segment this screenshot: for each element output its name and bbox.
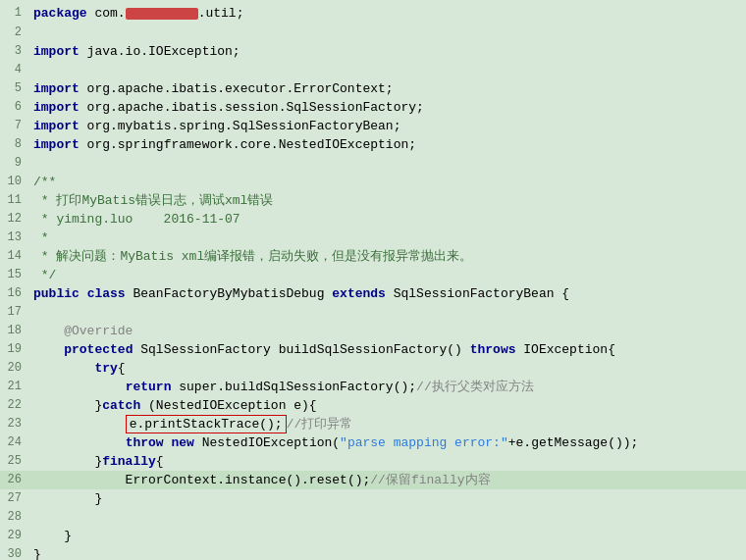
code-line-18: 18 @Override [0,322,746,340]
code-editor: 1 package com. .util; 2 3 import java.io… [0,0,746,560]
line-num-15: 15 [0,266,29,284]
code-line-14: 14 * 解决问题：MyBatis xml编译报错，启动失败，但是没有报异常抛出… [0,247,746,266]
line-content-16: public class BeanFactoryByMybatisDebug e… [29,284,746,303]
line-content-29: } [29,527,746,545]
line-content-18: @Override [29,322,746,340]
code-line-15: 15 */ [0,266,746,284]
code-line-30: 30 } [0,545,746,560]
line-content-12: * yiming.luo 2016-11-07 [29,210,746,229]
code-line-29: 29 } [0,527,746,545]
line-num-18: 18 [0,322,29,340]
line-num-11: 11 [0,191,29,210]
line-num-21: 21 [0,378,29,396]
code-line-11: 11 * 打印MyBatis错误日志，调试xml错误 [0,191,746,210]
line-num-28: 28 [0,508,29,527]
line-content-30: } [29,545,746,560]
line-content-3: import java.io.IOException; [29,42,746,61]
line-num-13: 13 [0,229,29,247]
code-line-19: 19 protected SqlSessionFactory buildSqlS… [0,340,746,359]
line-content-21: return super.buildSqlSessionFactory();//… [29,378,746,396]
code-line-4: 4 [0,61,746,79]
code-line-27: 27 } [0,489,746,508]
line-content-10: /** [29,173,746,191]
line-num-20: 20 [0,359,29,378]
code-line-23: 23 e.printStackTrace();//打印异常 [0,415,746,433]
line-num-10: 10 [0,173,29,191]
code-line-16: 16 public class BeanFactoryByMybatisDebu… [0,284,746,303]
line-num-12: 12 [0,210,29,229]
line-num-26: 26 [0,471,29,489]
code-line-1: 1 package com. .util; [0,4,746,24]
line-num-8: 8 [0,135,29,154]
line-num-6: 6 [0,98,29,117]
code-line-26: 26 ErrorContext.instance().reset();//保留f… [0,471,746,489]
line-content-7: import org.mybatis.spring.SqlSessionFact… [29,117,746,135]
code-line-10: 10 /** [0,173,746,191]
line-num-24: 24 [0,433,29,452]
line-content-24: throw new NestedIOException("parse mappi… [29,433,746,452]
line-content-25: }finally{ [29,452,746,471]
code-line-22: 22 }catch (NestedIOException e){ [0,396,746,415]
code-line-17: 17 [0,303,746,322]
line-content-13: * [29,229,746,247]
code-line-7: 7 import org.mybatis.spring.SqlSessionFa… [0,117,746,135]
line-content-23: e.printStackTrace();//打印异常 [29,415,746,433]
line-content-8: import org.springframework.core.NestedIO… [29,135,746,154]
line-num-9: 9 [0,154,29,173]
code-line-25: 25 }finally{ [0,452,746,471]
line-content-14: * 解决问题：MyBatis xml编译报错，启动失败，但是没有报异常抛出来。 [29,247,746,266]
line-num-7: 7 [0,117,29,135]
line-num-17: 17 [0,303,29,322]
line-num-19: 19 [0,340,29,359]
code-line-20: 20 try{ [0,359,746,378]
line-num-14: 14 [0,247,29,266]
line-num-27: 27 [0,489,29,508]
line-content-15: */ [29,266,746,284]
code-line-5: 5 import org.apache.ibatis.executor.Erro… [0,79,746,98]
line-num-25: 25 [0,452,29,471]
code-line-3: 3 import java.io.IOException; [0,42,746,61]
code-line-2: 2 [0,24,746,42]
code-line-28: 28 [0,508,746,527]
line-num-30: 30 [0,545,29,560]
line-content-11: * 打印MyBatis错误日志，调试xml错误 [29,191,746,210]
line-content-27: } [29,489,746,508]
code-line-6: 6 import org.apache.ibatis.session.SqlSe… [0,98,746,117]
code-line-13: 13 * [0,229,746,247]
line-content-19: protected SqlSessionFactory buildSqlSess… [29,340,746,359]
line-num-3: 3 [0,42,29,61]
line-num-16: 16 [0,284,29,303]
code-line-9: 9 [0,154,746,173]
line-content-5: import org.apache.ibatis.executor.ErrorC… [29,79,746,98]
line-content-26: ErrorContext.instance().reset();//保留fina… [29,471,746,489]
line-num-5: 5 [0,79,29,98]
line-num-2: 2 [0,24,29,42]
code-line-8: 8 import org.springframework.core.Nested… [0,135,746,154]
line-num-23: 23 [0,415,29,433]
line-content-20: try{ [29,359,746,378]
code-line-12: 12 * yiming.luo 2016-11-07 [0,210,746,229]
line-num-29: 29 [0,527,29,545]
code-line-21: 21 return super.buildSqlSessionFactory()… [0,378,746,396]
line-num-22: 22 [0,396,29,415]
line-content-1: package com. .util; [29,4,746,24]
line-content-22: }catch (NestedIOException e){ [29,396,746,415]
code-line-24: 24 throw new NestedIOException("parse ma… [0,433,746,452]
line-content-6: import org.apache.ibatis.session.SqlSess… [29,98,746,117]
line-num-1: 1 [0,4,29,23]
line-num-4: 4 [0,61,29,79]
